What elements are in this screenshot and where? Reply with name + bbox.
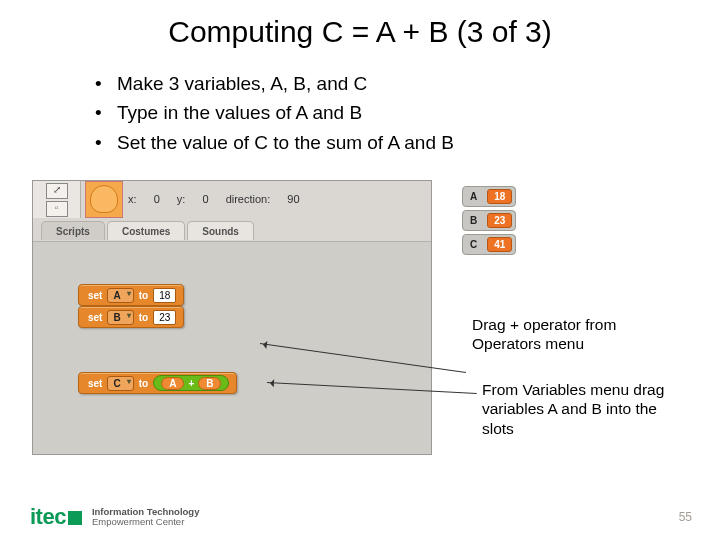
operand-a-pill[interactable]: A: [161, 377, 184, 390]
monitor-c-value: 41: [487, 237, 512, 252]
collapse-icon[interactable]: ▫: [46, 201, 68, 217]
logo-square-icon: [68, 511, 82, 525]
bullet-list: Make 3 variables, A, B, and C Type in th…: [95, 69, 720, 157]
to-label: to: [139, 290, 148, 301]
sprite-coords: x: 0 y: 0 direction: 90: [128, 193, 314, 205]
monitor-b: B 23: [462, 210, 516, 231]
monitor-c: C 41: [462, 234, 516, 255]
block-set-b[interactable]: set B to 23: [78, 306, 184, 328]
logo: itec: [30, 504, 82, 530]
x-value: 0: [154, 193, 160, 205]
tab-row: Scripts Costumes Sounds: [41, 221, 254, 240]
annotation-1: Drag + operator from Operators menu: [472, 315, 682, 354]
stage-controls: ⤢ ▫: [33, 181, 81, 218]
dir-value: 90: [287, 193, 299, 205]
block-set-c[interactable]: set C to A + B: [78, 372, 237, 394]
to-label: to: [139, 378, 148, 389]
footer: itec Information TechnologyEmpowerment C…: [30, 504, 199, 530]
var-dropdown-b[interactable]: B: [107, 310, 133, 325]
scratch-editor: ⤢ ▫ x: 0 y: 0 direction: 90 Scripts Cost…: [32, 180, 432, 455]
bullet-item: Type in the values of A and B: [95, 98, 720, 127]
monitor-b-value: 23: [487, 213, 512, 228]
value-input-b[interactable]: 23: [153, 310, 176, 325]
screenshot-region: ⤢ ▫ x: 0 y: 0 direction: 90 Scripts Cost…: [32, 180, 690, 455]
page-number: 55: [679, 510, 692, 524]
value-input-a[interactable]: 18: [153, 288, 176, 303]
set-label: set: [88, 312, 102, 323]
tab-costumes[interactable]: Costumes: [107, 221, 185, 240]
plus-operator[interactable]: A + B: [153, 375, 229, 391]
operand-b-pill[interactable]: B: [198, 377, 221, 390]
y-label: y:: [177, 193, 186, 205]
cat-icon: [90, 185, 118, 213]
slide-title: Computing C = A + B (3 of 3): [0, 15, 720, 49]
dir-label: direction:: [226, 193, 271, 205]
tab-scripts[interactable]: Scripts: [41, 221, 105, 240]
block-set-a[interactable]: set A to 18: [78, 284, 184, 306]
set-label: set: [88, 378, 102, 389]
sprite-thumbnail[interactable]: [85, 181, 123, 218]
tab-sounds[interactable]: Sounds: [187, 221, 254, 240]
logo-text: Information TechnologyEmpowerment Center: [92, 507, 200, 527]
to-label: to: [139, 312, 148, 323]
set-label: set: [88, 290, 102, 301]
bullet-item: Make 3 variables, A, B, and C: [95, 69, 720, 98]
x-label: x:: [128, 193, 137, 205]
annotation-2: From Variables menu drag variables A and…: [482, 380, 692, 438]
var-dropdown-c[interactable]: C: [107, 376, 133, 391]
bullet-item: Set the value of C to the sum of A and B: [95, 128, 720, 157]
monitor-a-value: 18: [487, 189, 512, 204]
monitor-b-label: B: [470, 215, 477, 226]
script-area[interactable]: set A to 18 set B to 23 set C to A + B: [33, 241, 431, 454]
monitor-c-label: C: [470, 239, 477, 250]
monitor-a-label: A: [470, 191, 477, 202]
var-dropdown-a[interactable]: A: [107, 288, 133, 303]
plus-sign: +: [188, 378, 194, 389]
expand-icon[interactable]: ⤢: [46, 183, 68, 199]
monitor-a: A 18: [462, 186, 516, 207]
y-value: 0: [202, 193, 208, 205]
